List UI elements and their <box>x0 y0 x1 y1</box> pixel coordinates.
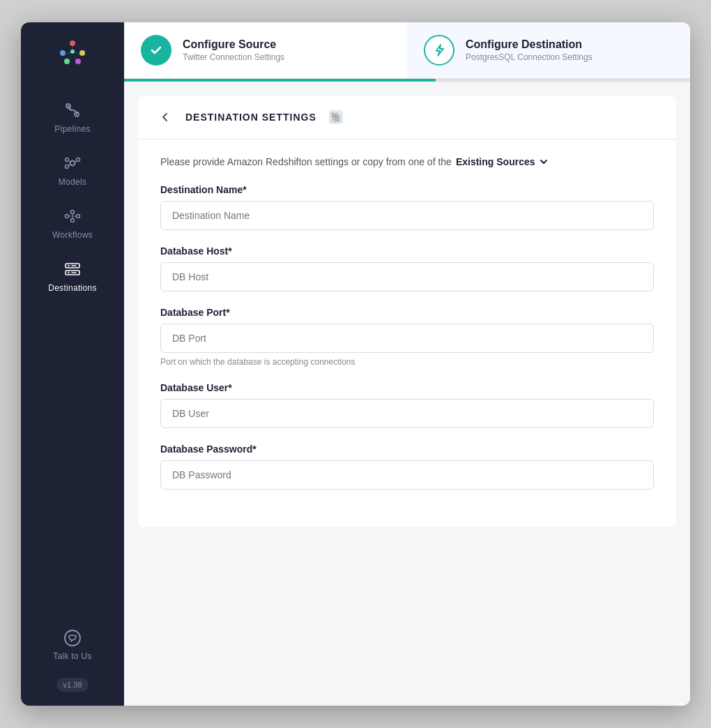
workflows-icon <box>63 206 82 226</box>
svg-point-29 <box>68 265 69 266</box>
svg-line-7 <box>65 52 70 55</box>
sidebar-nav: Pipelines Models <box>21 92 124 301</box>
destination-name-field-group: Destination Name* <box>160 184 654 230</box>
step-1-configure-source[interactable]: Configure Source Twitter Connection Sett… <box>124 22 407 78</box>
svg-point-14 <box>66 158 69 162</box>
svg-point-33 <box>65 630 80 646</box>
svg-point-15 <box>77 158 80 162</box>
existing-sources-text: Please provide Amazon Redshifton setting… <box>160 156 452 167</box>
svg-point-1 <box>60 50 66 56</box>
form-card: DESTINATION SETTINGS 🐘 Please provide Am… <box>138 96 676 527</box>
database-port-field-group: Database Port* Port on which the databas… <box>160 307 654 367</box>
database-port-label: Database Port* <box>160 307 654 318</box>
sidebar-bottom: Talk to Us v1.38 <box>21 623 124 692</box>
app-logo <box>56 36 89 73</box>
destination-name-input[interactable] <box>160 201 654 230</box>
svg-point-2 <box>79 50 85 56</box>
sidebar-item-destinations[interactable]: Destinations <box>21 251 124 301</box>
version-badge: v1.38 <box>56 678 89 692</box>
svg-line-8 <box>75 52 80 55</box>
svg-point-23 <box>77 215 80 218</box>
database-user-input[interactable] <box>160 399 654 428</box>
form-card-body: Please provide Amazon Redshifton setting… <box>138 139 676 527</box>
postgresql-icon: 🐘 <box>326 107 346 127</box>
database-password-input[interactable] <box>160 460 654 490</box>
back-arrow-icon <box>159 111 171 123</box>
step-1-title: Configure Source <box>183 38 284 51</box>
step-header: Configure Source Twitter Connection Sett… <box>124 22 690 79</box>
svg-point-20 <box>66 215 69 218</box>
svg-point-0 <box>70 40 75 46</box>
models-icon <box>63 153 82 173</box>
chevron-down-icon <box>538 156 549 167</box>
database-password-field-group: Database Password* <box>160 443 654 490</box>
sidebar-item-workflows-label: Workflows <box>52 230 93 240</box>
step-1-text: Configure Source Twitter Connection Sett… <box>183 38 284 62</box>
existing-sources-link[interactable]: Existing Sources <box>456 156 549 167</box>
sidebar-item-workflows[interactable]: Workflows <box>21 198 124 248</box>
sidebar-item-models-label: Models <box>59 177 86 187</box>
sidebar-item-destinations-label: Destinations <box>48 283 97 293</box>
database-user-field-group: Database User* <box>160 382 654 428</box>
talk-to-us-label: Talk to Us <box>53 651 92 661</box>
sidebar: Pipelines Models <box>21 22 124 706</box>
database-user-label: Database User* <box>160 382 654 393</box>
svg-point-5 <box>70 50 75 54</box>
app-window: Pipelines Models <box>21 22 690 706</box>
svg-point-30 <box>68 272 69 273</box>
database-host-field-group: Database Host* <box>160 245 654 291</box>
step-2-icon-circle <box>424 35 454 66</box>
main-content: Configure Source Twitter Connection Sett… <box>124 22 690 706</box>
back-button[interactable] <box>155 107 176 128</box>
svg-point-22 <box>71 219 75 222</box>
svg-point-13 <box>70 161 75 166</box>
sidebar-item-pipelines-label: Pipelines <box>54 124 90 134</box>
destination-name-label: Destination Name* <box>160 184 654 195</box>
step-2-configure-destination[interactable]: Configure Destination PostgresSQL Connec… <box>407 22 690 78</box>
talk-to-us-button[interactable]: Talk to Us <box>53 623 92 667</box>
step-1-icon-circle <box>141 35 171 66</box>
database-host-label: Database Host* <box>160 245 654 257</box>
svg-point-3 <box>64 59 70 64</box>
pipelines-icon <box>63 100 82 120</box>
lightning-icon <box>431 43 447 58</box>
destinations-icon <box>63 259 82 279</box>
form-area: DESTINATION SETTINGS 🐘 Please provide Am… <box>124 82 690 706</box>
step-2-title: Configure Destination <box>466 38 592 51</box>
existing-sources-row: Please provide Amazon Redshifton setting… <box>160 156 654 167</box>
svg-line-9 <box>69 55 71 59</box>
chat-icon <box>63 629 82 647</box>
existing-sources-link-label: Existing Sources <box>456 156 535 167</box>
step-2-text: Configure Destination PostgresSQL Connec… <box>466 38 592 62</box>
database-password-label: Database Password* <box>160 443 654 455</box>
svg-text:🐘: 🐘 <box>330 112 342 123</box>
form-card-title: DESTINATION SETTINGS <box>185 112 316 123</box>
sidebar-item-pipelines[interactable]: Pipelines <box>21 92 124 142</box>
step-1-subtitle: Twitter Connection Settings <box>183 52 284 62</box>
form-card-header: DESTINATION SETTINGS 🐘 <box>138 96 676 139</box>
database-port-hint: Port on which the database is accepting … <box>160 357 654 367</box>
progress-bar-fill <box>124 79 436 82</box>
checkmark-icon <box>148 43 164 58</box>
svg-line-10 <box>74 55 76 59</box>
svg-point-4 <box>75 59 81 64</box>
database-port-input[interactable] <box>160 324 654 353</box>
database-host-input[interactable] <box>160 262 654 291</box>
progress-bar <box>124 79 690 82</box>
svg-point-21 <box>71 211 75 214</box>
step-2-subtitle: PostgresSQL Connection Settings <box>466 52 592 62</box>
sidebar-item-models[interactable]: Models <box>21 145 124 195</box>
svg-point-16 <box>66 165 69 169</box>
